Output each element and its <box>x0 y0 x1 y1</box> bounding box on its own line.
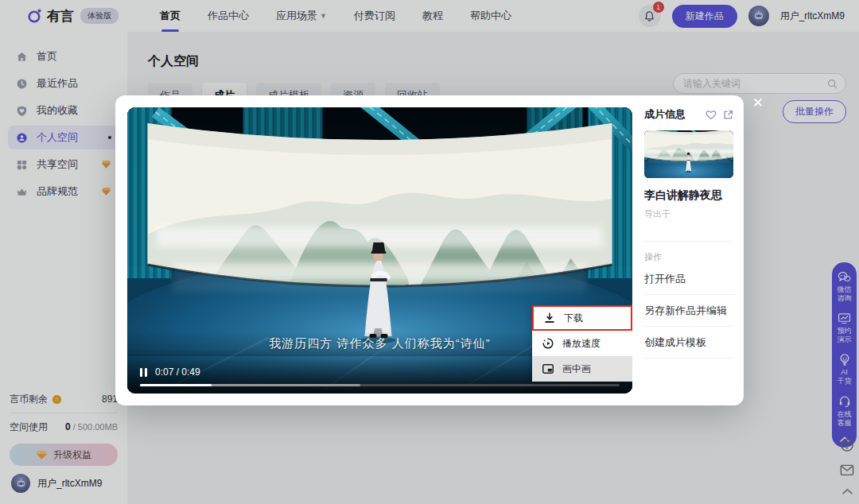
playback-speed-icon <box>542 338 554 349</box>
share-button[interactable] <box>723 110 733 120</box>
video-preview-modal: ✕ 我游历四方 诗作众多 人们称我为“诗仙” 0:07 / 0:49 <box>115 95 744 405</box>
progress-bar[interactable] <box>140 384 620 386</box>
video-info-panel: 成片信息 <box>644 107 733 359</box>
menu-item-label: 下载 <box>564 312 583 325</box>
menu-item-playback-speed[interactable]: 播放速度 <box>532 331 632 356</box>
action-create-template[interactable]: 创建成片模板 <box>644 327 733 359</box>
app-window: 有言 体验版 首页 作品中心 应用场景 ▼ 付费订阅 教程 帮助中心 1 新建作… <box>0 0 859 504</box>
download-icon <box>544 312 555 324</box>
menu-item-pip[interactable]: 画中画 <box>532 356 632 382</box>
video-thumbnail[interactable] <box>644 130 733 178</box>
favorite-button[interactable] <box>705 110 717 120</box>
menu-item-download[interactable]: 下载 <box>532 305 632 331</box>
pause-button[interactable] <box>140 368 147 377</box>
video-title: 李白讲解静夜思 <box>644 188 733 203</box>
action-save-as-new[interactable]: 另存新作品并编辑 <box>644 295 733 327</box>
player-context-menu: 下载 播放速度 画中画 <box>532 305 632 382</box>
exported-at-label: 导出于 <box>644 208 733 220</box>
divider <box>644 241 733 242</box>
share-export-icon <box>723 110 733 120</box>
actions-label: 操作 <box>644 251 733 263</box>
progress-played <box>140 384 212 386</box>
player-controls: 0:07 / 0:49 <box>140 366 200 378</box>
video-player[interactable]: 我游历四方 诗作众多 人们称我为“诗仙” 0:07 / 0:49 下载 <box>127 107 632 394</box>
action-open-work[interactable]: 打开作品 <box>644 263 733 295</box>
pip-icon <box>542 364 554 374</box>
thumbnail-image <box>644 130 733 178</box>
close-icon[interactable]: ✕ <box>752 96 764 110</box>
time-display: 0:07 / 0:49 <box>155 366 200 378</box>
heart-icon <box>705 110 717 120</box>
menu-item-label: 播放速度 <box>562 337 601 351</box>
info-panel-title: 成片信息 <box>644 107 686 122</box>
menu-item-label: 画中画 <box>562 362 591 376</box>
